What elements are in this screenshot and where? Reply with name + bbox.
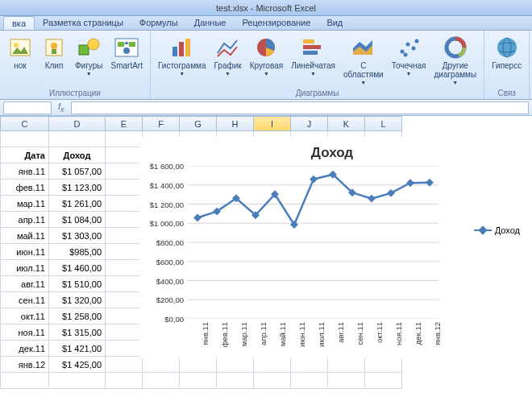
group-label-illustrations: Иллюстрации xyxy=(49,89,101,98)
svg-rect-47 xyxy=(426,179,434,187)
shapes-button[interactable]: Фигуры▼ xyxy=(73,33,105,78)
clipart-button[interactable]: Клип xyxy=(39,33,69,72)
smartart-icon xyxy=(114,35,139,60)
table-cell[interactable]: ноя.11 xyxy=(1,324,49,341)
ribbon: нок Клип Фигуры▼ SmartArt Иллюстрации Ги… xyxy=(0,31,532,100)
column-header[interactable]: H xyxy=(217,117,254,131)
svg-rect-35 xyxy=(193,214,202,222)
column-header[interactable]: E xyxy=(106,117,143,131)
tab-review[interactable]: Рецензирование xyxy=(234,16,318,30)
bar-chart-button[interactable]: Линейчатая▼ xyxy=(289,33,338,78)
window-title: test.xlsx - Microsoft Excel xyxy=(0,0,532,16)
table-cell[interactable]: $1 510,00 xyxy=(49,276,106,292)
table-cell[interactable]: $1 460,00 xyxy=(49,260,106,276)
table-cell[interactable]: $1 421,00 xyxy=(49,341,106,357)
tab-insert[interactable]: вка xyxy=(3,16,35,30)
svg-point-24 xyxy=(497,38,517,57)
name-box[interactable] xyxy=(3,101,52,114)
table-cell[interactable]: $1 315,00 xyxy=(49,324,106,341)
table-cell[interactable]: авг.11 xyxy=(1,276,49,292)
line-chart-icon xyxy=(215,35,241,60)
column-header[interactable]: D xyxy=(49,117,106,131)
svg-rect-16 xyxy=(303,45,321,49)
table-cell[interactable]: окт.11 xyxy=(1,308,49,324)
table-cell[interactable]: янв.12 xyxy=(1,357,49,373)
column-header[interactable]: L xyxy=(365,117,402,131)
tab-page-layout[interactable]: Разметка страницы xyxy=(35,16,131,30)
svg-rect-13 xyxy=(185,39,190,56)
svg-rect-44 xyxy=(368,195,376,203)
table-header-cell[interactable]: Дата xyxy=(1,147,49,163)
svg-rect-46 xyxy=(406,179,414,187)
table-cell[interactable]: янв.11 xyxy=(1,163,49,180)
svg-point-6 xyxy=(88,39,99,50)
hyperlink-button[interactable]: Гиперсс xyxy=(489,33,524,72)
svg-point-18 xyxy=(401,50,405,54)
table-cell[interactable]: фев.11 xyxy=(1,180,49,196)
column-header[interactable]: I xyxy=(254,117,291,131)
svg-rect-9 xyxy=(129,42,135,47)
area-chart-icon xyxy=(351,35,376,60)
shapes-icon xyxy=(76,35,102,60)
table-cell[interactable]: дек.11 xyxy=(1,341,49,357)
area-chart-button[interactable]: С областями▼ xyxy=(341,33,386,87)
svg-point-10 xyxy=(123,48,130,54)
column-header[interactable]: F xyxy=(143,117,180,131)
chart-x-axis: янв.11фев.11мар.11апр.11май.11июн.11июл.… xyxy=(188,320,439,354)
svg-rect-4 xyxy=(52,49,56,54)
svg-point-21 xyxy=(415,39,419,43)
column-header[interactable]: G xyxy=(180,117,217,131)
fx-icon[interactable]: fx xyxy=(58,101,64,114)
column-header[interactable]: J xyxy=(291,117,328,131)
table-cell[interactable]: $1 303,00 xyxy=(49,228,106,244)
svg-point-19 xyxy=(406,43,410,47)
svg-rect-5 xyxy=(79,45,89,55)
formula-input[interactable] xyxy=(71,101,529,114)
chart-object[interactable]: Доход $0,00$200,00$400,00$600,00$800,00$… xyxy=(139,137,525,357)
svg-rect-11 xyxy=(172,47,177,56)
spreadsheet-grid[interactable]: CDEFGHIJKLДатаДоходянв.11$1 057,00фев.11… xyxy=(0,116,532,409)
tab-view[interactable]: Вид xyxy=(318,16,351,30)
formula-bar: fx xyxy=(0,100,532,116)
scatter-chart-button[interactable]: Точечная▼ xyxy=(389,33,429,78)
table-cell[interactable]: июн.11 xyxy=(1,244,49,260)
smartart-button[interactable]: SmartArt xyxy=(108,33,144,72)
pie-chart-button[interactable]: Круговая▼ xyxy=(247,33,285,78)
tab-data[interactable]: Данные xyxy=(186,16,235,30)
svg-rect-8 xyxy=(118,42,124,47)
svg-rect-12 xyxy=(179,42,184,56)
svg-point-20 xyxy=(412,47,416,51)
legend-marker-icon xyxy=(474,226,492,234)
column-chart-button[interactable]: Гистограмма▼ xyxy=(156,33,209,78)
table-cell[interactable]: май.11 xyxy=(1,228,49,244)
table-cell[interactable]: $985,00 xyxy=(49,244,106,260)
table-header-cell[interactable]: Доход xyxy=(49,147,106,163)
other-charts-icon xyxy=(443,35,468,60)
column-header[interactable]: K xyxy=(328,117,365,131)
table-cell[interactable]: апр.11 xyxy=(1,212,49,228)
svg-rect-45 xyxy=(387,189,395,197)
chart-title: Доход xyxy=(139,145,525,161)
line-chart-button[interactable]: График▼ xyxy=(212,33,244,78)
table-cell[interactable]: $1 320,00 xyxy=(49,292,106,308)
table-cell[interactable]: $1 258,00 xyxy=(49,308,106,324)
table-cell[interactable]: $1 261,00 xyxy=(49,196,106,212)
clipart-icon xyxy=(41,35,67,60)
table-cell[interactable]: сен.11 xyxy=(1,292,49,308)
table-cell[interactable]: $1 057,00 xyxy=(49,163,106,180)
other-charts-button[interactable]: Другие диаграммы▼ xyxy=(431,33,479,87)
ribbon-tabs: вка Разметка страницы Формулы Данные Рец… xyxy=(0,16,532,31)
legend-label: Доход xyxy=(495,225,520,235)
picture-icon xyxy=(7,35,33,60)
picture-button[interactable]: нок xyxy=(5,33,35,72)
table-cell[interactable]: мар.11 xyxy=(1,196,49,212)
table-cell[interactable]: $1 084,00 xyxy=(49,212,106,228)
table-cell[interactable]: $1 425,00 xyxy=(49,357,106,373)
svg-rect-41 xyxy=(310,176,318,184)
table-cell[interactable]: июл.11 xyxy=(1,260,49,276)
column-header[interactable]: C xyxy=(1,117,49,131)
bar-chart-icon xyxy=(301,35,326,60)
table-cell[interactable]: $1 123,00 xyxy=(49,180,106,196)
scatter-chart-icon xyxy=(396,35,422,60)
tab-formulas[interactable]: Формулы xyxy=(131,16,186,30)
